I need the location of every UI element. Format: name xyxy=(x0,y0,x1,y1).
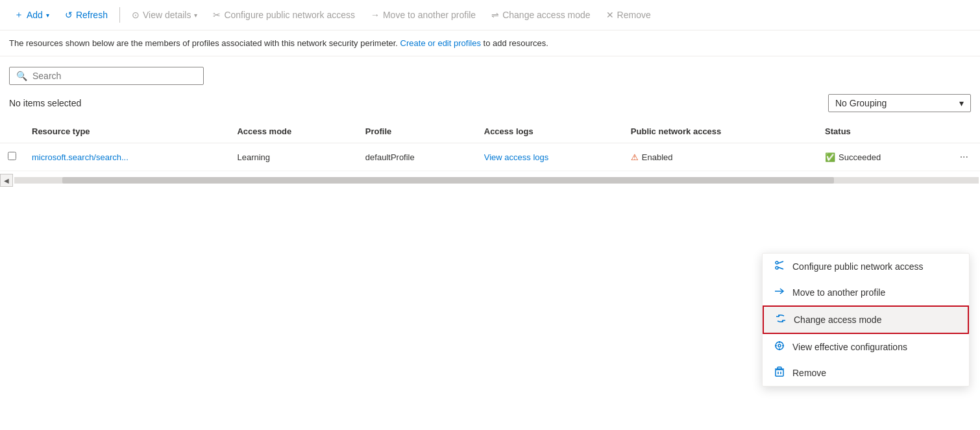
move-label: Move to another profile xyxy=(383,10,476,20)
refresh-label: Refresh xyxy=(76,10,108,20)
row-checkbox xyxy=(0,143,24,171)
remove-button[interactable]: ✕ Remove xyxy=(600,6,657,24)
add-icon: ＋ xyxy=(14,9,23,21)
toolbar-divider xyxy=(119,7,120,23)
row-more-button[interactable]: ··· xyxy=(956,150,972,164)
info-bar: The resources shown below are the member… xyxy=(0,30,980,56)
status-value: Succeeded xyxy=(839,152,881,162)
col-resource-type: Resource type xyxy=(24,120,229,143)
search-area: 🔍 xyxy=(0,56,980,90)
view-details-button[interactable]: ⊙ View details ▾ xyxy=(125,6,204,24)
row-status: ✅ Succeeded xyxy=(817,143,948,171)
view-details-icon: ⊙ xyxy=(132,10,140,20)
grouping-chevron-icon: ▾ xyxy=(959,98,964,108)
remove-label: Remove xyxy=(617,10,651,20)
add-chevron-icon: ▾ xyxy=(46,12,49,19)
row-access-logs: View access logs xyxy=(476,143,623,171)
move-button[interactable]: → Move to another profile xyxy=(364,6,482,24)
table-row: microsoft.search/search... Learning defa… xyxy=(0,143,980,171)
change-access-icon: ⇌ xyxy=(491,10,499,20)
col-profile: Profile xyxy=(358,120,476,143)
row-public-network-access: ⚠ Enabled xyxy=(623,143,817,171)
view-details-chevron-icon: ▾ xyxy=(194,12,197,19)
col-public-network-access: Public network access xyxy=(623,120,817,143)
refresh-icon: ↺ xyxy=(65,10,73,20)
change-access-button[interactable]: ⇌ Change access mode xyxy=(485,6,596,24)
status-success-icon: ✅ xyxy=(825,152,835,162)
row-checkbox-input[interactable] xyxy=(8,152,16,160)
resources-table: Resource type Access mode Profile Access… xyxy=(0,120,980,171)
table-header-row: Resource type Access mode Profile Access… xyxy=(0,120,980,143)
row-profile: defaultProfile xyxy=(358,143,476,171)
no-items-label: No items selected xyxy=(9,98,81,108)
col-checkbox xyxy=(0,120,24,143)
scroll-left-button[interactable]: ◀ xyxy=(0,174,13,187)
grouping-dropdown[interactable]: No Grouping ▾ xyxy=(828,94,971,112)
info-bar-text: The resources shown below are the member… xyxy=(9,38,398,48)
grouping-label: No Grouping xyxy=(835,98,887,108)
search-icon: 🔍 xyxy=(16,71,27,81)
move-icon: → xyxy=(371,10,380,20)
change-access-label: Change access mode xyxy=(502,10,590,20)
configure-icon: ✂ xyxy=(213,10,221,20)
col-access-logs: Access logs xyxy=(476,120,623,143)
status-row: No items selected No Grouping ▾ xyxy=(0,90,980,120)
search-box: 🔍 xyxy=(9,67,204,85)
add-button[interactable]: ＋ Add ▾ xyxy=(8,5,56,25)
warning-icon: ⚠ xyxy=(631,152,639,162)
configure-button[interactable]: ✂ Configure public network access xyxy=(206,6,361,24)
access-mode-value: Learning xyxy=(237,152,270,162)
configure-label: Configure public network access xyxy=(224,10,355,20)
info-bar-text-after: to add resources. xyxy=(484,38,548,48)
scroll-track[interactable] xyxy=(14,177,979,184)
access-logs-link[interactable]: View access logs xyxy=(484,152,548,162)
row-access-mode: Learning xyxy=(229,143,357,171)
resource-type-link[interactable]: microsoft.search/search... xyxy=(32,152,129,162)
toolbar: ＋ Add ▾ ↺ Refresh ⊙ View details ▾ ✂ Con… xyxy=(0,0,980,30)
col-access-mode: Access mode xyxy=(229,120,357,143)
table-container: Resource type Access mode Profile Access… xyxy=(0,120,980,189)
scroll-thumb[interactable] xyxy=(62,177,834,184)
profile-value: defaultProfile xyxy=(365,152,415,162)
refresh-button[interactable]: ↺ Refresh xyxy=(58,6,114,24)
info-bar-link[interactable]: Create or edit profiles xyxy=(400,38,481,48)
horizontal-scrollbar[interactable]: ◀ xyxy=(0,171,980,189)
view-details-label: View details xyxy=(143,10,191,20)
col-actions xyxy=(948,120,980,143)
remove-icon: ✕ xyxy=(606,10,614,20)
row-actions: ··· xyxy=(948,143,980,171)
row-resource-type: microsoft.search/search... xyxy=(24,143,229,171)
col-status: Status xyxy=(817,120,948,143)
add-label: Add xyxy=(27,10,43,20)
search-input[interactable] xyxy=(32,71,197,81)
public-network-value: Enabled xyxy=(642,152,673,162)
